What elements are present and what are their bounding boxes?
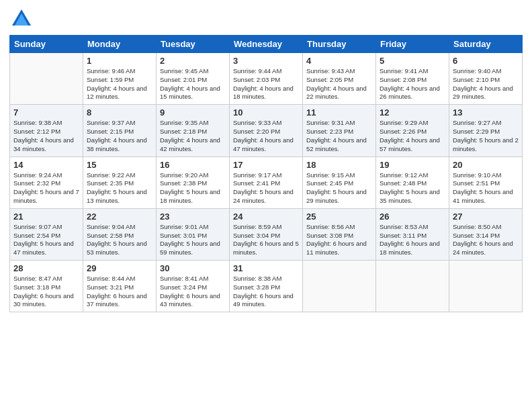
- calendar-cell: [303, 261, 376, 312]
- day-info: Sunrise: 9:43 AM Sunset: 2:05 PM Dayligh…: [306, 67, 372, 101]
- calendar-cell: 6Sunrise: 9:40 AM Sunset: 2:10 PM Daylig…: [449, 53, 523, 105]
- day-info: Sunrise: 9:22 AM Sunset: 2:35 PM Dayligh…: [87, 171, 152, 205]
- calendar-header-monday: Monday: [83, 36, 157, 53]
- day-info: Sunrise: 9:44 AM Sunset: 2:03 PM Dayligh…: [233, 67, 299, 101]
- day-number: 29: [87, 263, 152, 273]
- calendar-cell: 12Sunrise: 9:29 AM Sunset: 2:26 PM Dayli…: [376, 105, 449, 156]
- calendar-header-friday: Friday: [376, 36, 449, 53]
- day-number: 21: [13, 212, 79, 222]
- calendar-header-saturday: Saturday: [449, 36, 523, 53]
- day-info: Sunrise: 8:38 AM Sunset: 3:28 PM Dayligh…: [233, 275, 299, 309]
- calendar-cell: [376, 261, 449, 312]
- calendar-week-3: 14Sunrise: 9:24 AM Sunset: 2:32 PM Dayli…: [10, 156, 523, 208]
- logo: [9, 7, 36, 31]
- day-info: Sunrise: 8:56 AM Sunset: 3:08 PM Dayligh…: [306, 223, 372, 257]
- day-info: Sunrise: 8:50 AM Sunset: 3:14 PM Dayligh…: [453, 223, 519, 257]
- day-number: 7: [13, 107, 79, 118]
- day-info: Sunrise: 9:20 AM Sunset: 2:38 PM Dayligh…: [160, 171, 226, 205]
- logo-icon: [9, 7, 34, 31]
- calendar-header-row: SundayMondayTuesdayWednesdayThursdayFrid…: [10, 36, 523, 53]
- calendar-cell: 10Sunrise: 9:33 AM Sunset: 2:20 PM Dayli…: [230, 105, 303, 156]
- calendar-week-5: 28Sunrise: 8:47 AM Sunset: 3:18 PM Dayli…: [10, 261, 523, 312]
- day-info: Sunrise: 9:07 AM Sunset: 2:54 PM Dayligh…: [13, 223, 79, 257]
- calendar-cell: 27Sunrise: 8:50 AM Sunset: 3:14 PM Dayli…: [449, 208, 523, 260]
- day-info: Sunrise: 9:29 AM Sunset: 2:26 PM Dayligh…: [380, 119, 445, 153]
- day-info: Sunrise: 9:35 AM Sunset: 2:18 PM Dayligh…: [160, 119, 226, 153]
- day-number: 3: [233, 56, 299, 66]
- calendar-cell: 16Sunrise: 9:20 AM Sunset: 2:38 PM Dayli…: [157, 156, 230, 208]
- day-number: 20: [453, 160, 519, 170]
- day-number: 22: [87, 212, 152, 222]
- day-number: 23: [160, 212, 226, 222]
- calendar-cell: 24Sunrise: 8:59 AM Sunset: 3:04 PM Dayli…: [230, 208, 303, 260]
- calendar-header-tuesday: Tuesday: [157, 36, 230, 53]
- calendar-cell: 23Sunrise: 9:01 AM Sunset: 3:01 PM Dayli…: [157, 208, 230, 260]
- day-info: Sunrise: 8:47 AM Sunset: 3:18 PM Dayligh…: [13, 275, 79, 309]
- calendar-cell: 29Sunrise: 8:44 AM Sunset: 3:21 PM Dayli…: [83, 261, 157, 312]
- calendar-cell: 25Sunrise: 8:56 AM Sunset: 3:08 PM Dayli…: [303, 208, 376, 260]
- calendar-cell: 19Sunrise: 9:12 AM Sunset: 2:48 PM Dayli…: [376, 156, 449, 208]
- day-number: 2: [160, 56, 226, 66]
- day-number: 6: [453, 56, 519, 66]
- calendar-cell: 14Sunrise: 9:24 AM Sunset: 2:32 PM Dayli…: [10, 156, 83, 208]
- calendar-cell: [449, 261, 523, 312]
- calendar-cell: 11Sunrise: 9:31 AM Sunset: 2:23 PM Dayli…: [303, 105, 376, 156]
- calendar-cell: 1Sunrise: 9:46 AM Sunset: 1:59 PM Daylig…: [83, 53, 157, 105]
- day-number: 24: [233, 212, 299, 222]
- calendar-cell: 31Sunrise: 8:38 AM Sunset: 3:28 PM Dayli…: [230, 261, 303, 312]
- day-number: 12: [380, 107, 445, 118]
- day-info: Sunrise: 9:41 AM Sunset: 2:08 PM Dayligh…: [380, 67, 445, 101]
- calendar-cell: 9Sunrise: 9:35 AM Sunset: 2:18 PM Daylig…: [157, 105, 230, 156]
- day-info: Sunrise: 9:37 AM Sunset: 2:15 PM Dayligh…: [87, 119, 152, 153]
- day-info: Sunrise: 8:59 AM Sunset: 3:04 PM Dayligh…: [233, 223, 299, 257]
- day-number: 8: [87, 107, 152, 118]
- calendar-cell: 17Sunrise: 9:17 AM Sunset: 2:41 PM Dayli…: [230, 156, 303, 208]
- calendar-cell: 7Sunrise: 9:38 AM Sunset: 2:12 PM Daylig…: [10, 105, 83, 156]
- day-number: 31: [233, 263, 299, 273]
- day-info: Sunrise: 9:40 AM Sunset: 2:10 PM Dayligh…: [453, 67, 519, 101]
- day-number: 17: [233, 160, 299, 170]
- day-number: 18: [306, 160, 372, 170]
- calendar-header-wednesday: Wednesday: [230, 36, 303, 53]
- calendar-header-thursday: Thursday: [303, 36, 376, 53]
- calendar-cell: 2Sunrise: 9:45 AM Sunset: 2:01 PM Daylig…: [157, 53, 230, 105]
- calendar-cell: 22Sunrise: 9:04 AM Sunset: 2:58 PM Dayli…: [83, 208, 157, 260]
- day-number: 14: [13, 160, 79, 170]
- day-number: 11: [306, 107, 372, 118]
- day-info: Sunrise: 9:01 AM Sunset: 3:01 PM Dayligh…: [160, 223, 226, 257]
- day-number: 10: [233, 107, 299, 118]
- day-number: 4: [306, 56, 372, 66]
- day-number: 30: [160, 263, 226, 273]
- page: SundayMondayTuesdayWednesdayThursdayFrid…: [0, 0, 532, 411]
- day-info: Sunrise: 9:31 AM Sunset: 2:23 PM Dayligh…: [306, 119, 372, 153]
- day-info: Sunrise: 9:04 AM Sunset: 2:58 PM Dayligh…: [87, 223, 152, 257]
- day-info: Sunrise: 9:33 AM Sunset: 2:20 PM Dayligh…: [233, 119, 299, 153]
- day-number: 28: [13, 263, 79, 273]
- calendar-week-1: 1Sunrise: 9:46 AM Sunset: 1:59 PM Daylig…: [10, 53, 523, 105]
- calendar-cell: 3Sunrise: 9:44 AM Sunset: 2:03 PM Daylig…: [230, 53, 303, 105]
- calendar-cell: 15Sunrise: 9:22 AM Sunset: 2:35 PM Dayli…: [83, 156, 157, 208]
- day-number: 25: [306, 212, 372, 222]
- calendar-cell: 4Sunrise: 9:43 AM Sunset: 2:05 PM Daylig…: [303, 53, 376, 105]
- calendar-cell: 8Sunrise: 9:37 AM Sunset: 2:15 PM Daylig…: [83, 105, 157, 156]
- day-info: Sunrise: 9:17 AM Sunset: 2:41 PM Dayligh…: [233, 171, 299, 205]
- day-info: Sunrise: 9:24 AM Sunset: 2:32 PM Dayligh…: [13, 171, 79, 205]
- day-number: 9: [160, 107, 226, 118]
- day-info: Sunrise: 8:53 AM Sunset: 3:11 PM Dayligh…: [380, 223, 445, 257]
- calendar-header-sunday: Sunday: [10, 36, 83, 53]
- day-info: Sunrise: 8:44 AM Sunset: 3:21 PM Dayligh…: [87, 275, 152, 309]
- calendar-week-2: 7Sunrise: 9:38 AM Sunset: 2:12 PM Daylig…: [10, 105, 523, 156]
- day-info: Sunrise: 8:41 AM Sunset: 3:24 PM Dayligh…: [160, 275, 226, 309]
- calendar: SundayMondayTuesdayWednesdayThursdayFrid…: [9, 35, 523, 312]
- day-info: Sunrise: 9:10 AM Sunset: 2:51 PM Dayligh…: [453, 171, 519, 205]
- calendar-cell: 13Sunrise: 9:27 AM Sunset: 2:29 PM Dayli…: [449, 105, 523, 156]
- calendar-cell: [10, 53, 83, 105]
- calendar-cell: 18Sunrise: 9:15 AM Sunset: 2:45 PM Dayli…: [303, 156, 376, 208]
- day-number: 5: [380, 56, 445, 66]
- calendar-cell: 21Sunrise: 9:07 AM Sunset: 2:54 PM Dayli…: [10, 208, 83, 260]
- day-number: 13: [453, 107, 519, 118]
- calendar-cell: 5Sunrise: 9:41 AM Sunset: 2:08 PM Daylig…: [376, 53, 449, 105]
- calendar-cell: 20Sunrise: 9:10 AM Sunset: 2:51 PM Dayli…: [449, 156, 523, 208]
- day-info: Sunrise: 9:38 AM Sunset: 2:12 PM Dayligh…: [13, 119, 79, 153]
- day-number: 26: [380, 212, 445, 222]
